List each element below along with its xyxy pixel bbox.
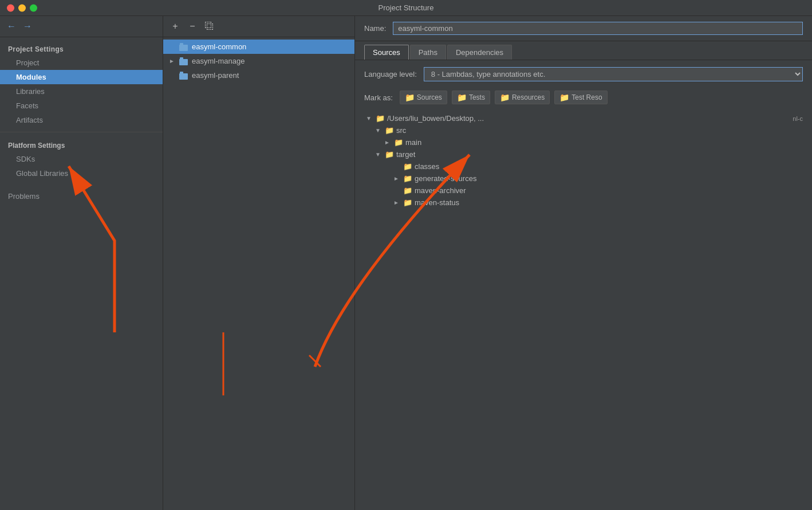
folder-icon-maven-status: 📁 bbox=[403, 198, 412, 207]
module-name: easyml-parent bbox=[192, 71, 239, 80]
remove-button[interactable]: − bbox=[186, 20, 199, 33]
tests-folder-icon: 📁 bbox=[457, 93, 467, 102]
name-label: Name: bbox=[364, 24, 386, 33]
tree-label-target: target bbox=[396, 150, 415, 159]
mark-as-resources-button[interactable]: 📁 Resources bbox=[495, 91, 550, 104]
window-title: Project Structure bbox=[379, 3, 434, 12]
sidebar-item-problems[interactable]: Problems bbox=[0, 187, 163, 203]
resources-folder-icon: 📁 bbox=[500, 93, 510, 102]
sidebar-divider bbox=[0, 132, 163, 132]
tree-item-main[interactable]: ► 📁 main bbox=[383, 136, 803, 148]
tree-label-maven-archiver: maven-archiver bbox=[415, 186, 466, 195]
expander: ► bbox=[169, 58, 176, 64]
right-panel: Name: Sources Paths Dependencies Languag… bbox=[355, 16, 812, 510]
module-list: easyml-common ► easyml-manage easyml-par… bbox=[163, 37, 354, 83]
module-item-easyml-manage[interactable]: ► easyml-manage bbox=[163, 54, 354, 68]
content-area: Language level: 8 - Lambdas, type annota… bbox=[355, 60, 812, 510]
module-name: easyml-common bbox=[192, 42, 246, 51]
tree-label-classes: classes bbox=[415, 162, 439, 171]
tree-item-maven-archiver[interactable]: 📁 maven-archiver bbox=[392, 185, 803, 197]
tree-item-target[interactable]: ▼ 📁 target bbox=[373, 148, 803, 160]
mark-as-label: Mark as: bbox=[364, 93, 393, 102]
sidebar-item-sdks[interactable]: SDKs bbox=[0, 152, 163, 166]
folder-icon-classes: 📁 bbox=[403, 162, 412, 171]
tree-expander-maven-status: ► bbox=[392, 199, 401, 206]
sidebar-item-project[interactable]: Project bbox=[0, 56, 163, 70]
sidebar-item-facets[interactable]: Facets bbox=[0, 99, 163, 113]
minimize-button[interactable] bbox=[18, 4, 26, 11]
main-layout: ← → Project Settings Project Modules Lib… bbox=[0, 16, 812, 510]
mark-as-test-resources-button[interactable]: 📁 Test Reso bbox=[554, 91, 607, 104]
folder-icon-maven-archiver: 📁 bbox=[403, 186, 412, 195]
tree-label-maven-status: maven-status bbox=[415, 198, 459, 207]
back-arrow[interactable]: ← bbox=[6, 21, 17, 32]
copy-button[interactable]: ⿻ bbox=[203, 20, 216, 33]
tree-label-root: /Users/liu_bowen/Desktop, ... bbox=[387, 114, 484, 123]
folder-icon-generated-sources: 📁 bbox=[403, 174, 412, 183]
tree-label-generated-sources: generated-sources bbox=[415, 174, 476, 183]
file-tree: ▼ 📁 /Users/liu_bowen/Desktop, ... nl-c ▼… bbox=[364, 112, 803, 209]
folder-icon-root: 📁 bbox=[376, 114, 385, 123]
tree-item-src[interactable]: ▼ 📁 src bbox=[373, 124, 803, 136]
mark-as-tests-label: Tests bbox=[469, 93, 485, 101]
folder-main-icon bbox=[179, 45, 188, 51]
language-level-select[interactable]: 8 - Lambdas, type annotations etc. bbox=[424, 67, 803, 81]
tree-label-src: src bbox=[396, 126, 406, 135]
tab-paths[interactable]: Paths bbox=[410, 45, 446, 60]
maximize-button[interactable] bbox=[30, 4, 37, 11]
mark-as-sources-label: Sources bbox=[417, 93, 442, 101]
tree-item-generated-sources[interactable]: ► 📁 generated-sources bbox=[392, 172, 803, 185]
tab-dependencies[interactable]: Dependencies bbox=[447, 45, 512, 60]
tree-item-maven-status[interactable]: ► 📁 maven-status bbox=[392, 197, 803, 209]
mark-as-resources-label: Resources bbox=[512, 93, 545, 101]
folder-icon-main: 📁 bbox=[394, 138, 403, 147]
language-level-row: Language level: 8 - Lambdas, type annota… bbox=[364, 67, 803, 81]
name-row: Name: bbox=[355, 16, 812, 41]
folder-main-icon bbox=[179, 73, 188, 80]
sidebar: ← → Project Settings Project Modules Lib… bbox=[0, 16, 163, 510]
tree-item-root[interactable]: ▼ 📁 /Users/liu_bowen/Desktop, ... nl-c bbox=[364, 112, 803, 124]
mark-as-tests-button[interactable]: 📁 Tests bbox=[452, 91, 490, 104]
name-input[interactable] bbox=[393, 22, 803, 35]
sidebar-item-modules[interactable]: Modules bbox=[0, 70, 163, 84]
sidebar-nav-top: ← → bbox=[0, 16, 163, 37]
sidebar-item-global-libraries[interactable]: Global Libraries bbox=[0, 166, 163, 181]
tab-sources[interactable]: Sources bbox=[364, 45, 409, 60]
titlebar: Project Structure bbox=[0, 0, 812, 16]
mark-as-row: Mark as: 📁 Sources 📁 Tests 📁 Resources 📁… bbox=[364, 91, 803, 104]
language-level-label: Language level: bbox=[364, 70, 417, 79]
test-resources-folder-icon: 📁 bbox=[559, 93, 569, 102]
module-name: easyml-manage bbox=[192, 57, 245, 65]
project-settings-title: Project Settings bbox=[0, 37, 163, 56]
tree-item-classes[interactable]: 📁 classes bbox=[392, 160, 803, 172]
mark-as-sources-button[interactable]: 📁 Sources bbox=[400, 91, 447, 104]
folder-main-icon bbox=[179, 59, 188, 65]
middle-panel: + − ⿻ easyml-common ► easyml bbox=[163, 16, 355, 510]
tree-label-main: main bbox=[405, 138, 421, 147]
sidebar-item-libraries[interactable]: Libraries bbox=[0, 84, 163, 99]
close-button[interactable] bbox=[7, 4, 14, 11]
tree-expander-target: ▼ bbox=[373, 151, 383, 158]
window-controls bbox=[7, 4, 37, 11]
tree-suffix-root: nl-c bbox=[793, 115, 803, 122]
tabs-bar: Sources Paths Dependencies bbox=[355, 41, 812, 60]
folder-icon-src: 📁 bbox=[385, 126, 394, 135]
mark-as-test-resources-label: Test Reso bbox=[571, 93, 602, 101]
folder-tab-icon bbox=[180, 72, 183, 74]
module-item-easyml-parent[interactable]: easyml-parent bbox=[163, 68, 354, 83]
forward-arrow[interactable]: → bbox=[22, 21, 33, 32]
folder-tab-icon bbox=[180, 57, 183, 60]
tree-expander-src: ▼ bbox=[373, 127, 383, 134]
folder-tab-icon bbox=[180, 43, 183, 45]
tree-expander-root: ▼ bbox=[364, 115, 373, 121]
folder-icon-target: 📁 bbox=[385, 150, 394, 159]
sidebar-item-artifacts[interactable]: Artifacts bbox=[0, 113, 163, 127]
tree-expander-generated-sources: ► bbox=[392, 175, 401, 182]
platform-settings-title: Platform Settings bbox=[0, 137, 163, 152]
tree-expander-main: ► bbox=[383, 139, 392, 146]
module-item-easyml-common[interactable]: easyml-common bbox=[163, 40, 354, 54]
middle-toolbar: + − ⿻ bbox=[163, 16, 354, 37]
sources-folder-icon: 📁 bbox=[405, 93, 415, 102]
add-button[interactable]: + bbox=[169, 20, 182, 33]
